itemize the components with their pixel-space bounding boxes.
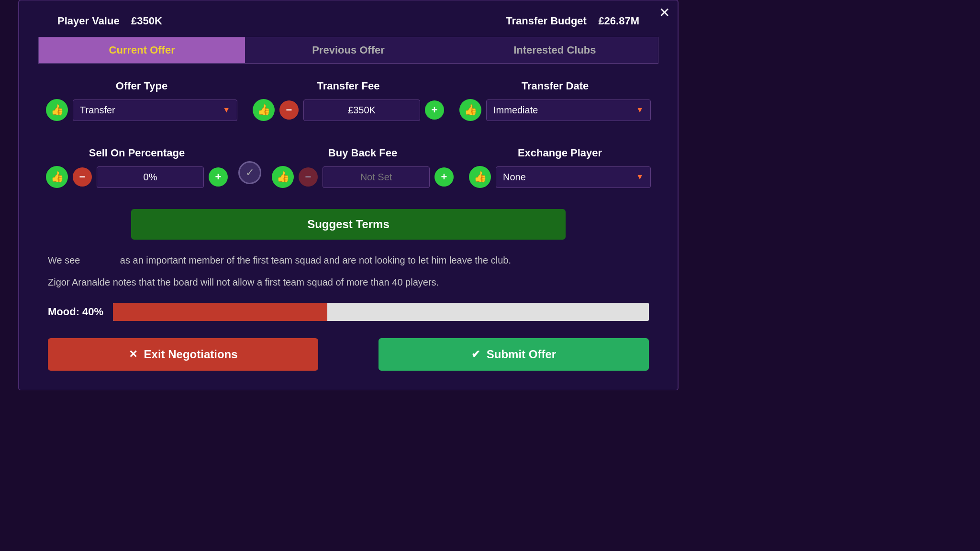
exchange-player-dropdown[interactable]: None ▼ xyxy=(496,166,651,188)
suggest-terms-button[interactable]: Suggest Terms xyxy=(131,209,565,240)
exchange-player-label: Exchange Player xyxy=(518,147,602,159)
mood-bar-fill xyxy=(113,303,327,321)
mood-section: Mood: 40% xyxy=(38,303,658,321)
separator-col: ✓ xyxy=(235,142,264,184)
transfer-budget-item: Transfer Budget £26.87M xyxy=(506,15,639,27)
transfer-fee-label: Transfer Fee xyxy=(317,80,380,92)
sell-on-pct-minus-btn[interactable]: − xyxy=(73,167,92,187)
transfer-date-thumb-btn[interactable]: 👍 xyxy=(459,99,481,121)
transfer-date-dropdown[interactable]: Immediate ▼ xyxy=(486,99,651,121)
bottom-buttons: ✕ Exit Negotiations ✔ Submit Offer xyxy=(38,338,658,371)
exit-x-icon: ✕ xyxy=(129,348,137,361)
transfer-date-cell: Transfer Date 👍 Immediate ▼ xyxy=(452,75,658,129)
buy-back-fee-cell: Buy Back Fee 👍 − Not Set + xyxy=(264,142,461,196)
offer-type-arrow-icon: ▼ xyxy=(223,106,230,114)
buy-back-fee-value: Not Set xyxy=(323,166,430,188)
transfer-budget-value: £26.87M xyxy=(598,15,639,27)
exchange-player-arrow-icon: ▼ xyxy=(636,173,644,181)
transfer-fee-plus-btn[interactable]: + xyxy=(425,100,444,120)
offer-type-controls: 👍 Transfer ▼ xyxy=(46,99,237,121)
offer-type-label: Offer Type xyxy=(116,80,167,92)
submit-check-icon: ✔ xyxy=(471,348,480,361)
sell-on-pct-label: Sell On Percentage xyxy=(89,147,185,159)
offer-type-dropdown[interactable]: Transfer ▼ xyxy=(73,99,237,121)
transfer-date-controls: 👍 Immediate ▼ xyxy=(459,99,651,121)
transfer-budget-label: Transfer Budget xyxy=(506,15,587,27)
tab-bar: Current Offer Previous Offer Interested … xyxy=(38,37,658,64)
close-button[interactable]: ✕ xyxy=(659,6,670,20)
transfer-fee-value: £350K xyxy=(303,99,420,121)
sell-on-pct-cell: Sell On Percentage 👍 − 0% + xyxy=(38,142,235,196)
sell-on-pct-value: 0% xyxy=(97,166,204,188)
tab-interested-clubs[interactable]: Interested Clubs xyxy=(452,37,658,63)
exchange-player-cell: Exchange Player 👍 None ▼ xyxy=(461,142,658,196)
buy-back-fee-label: Buy Back Fee xyxy=(328,147,397,159)
description-line2: Zigor Aranalde notes that the board will… xyxy=(48,275,649,289)
desc-line1-end: as an important member of the first team… xyxy=(120,255,511,265)
player-info-row: Player Value £350K Transfer Budget £26.8… xyxy=(38,15,658,27)
modal: ✕ Player Value £350K Transfer Budget £26… xyxy=(18,0,679,390)
offer-type-thumb-btn[interactable]: 👍 xyxy=(46,99,68,121)
transfer-fee-cell: Transfer Fee 👍 − £350K + xyxy=(245,75,452,129)
form-row-2: Sell On Percentage 👍 − 0% + ✓ Buy Back F… xyxy=(38,142,658,196)
tab-current-offer[interactable]: Current Offer xyxy=(39,37,245,63)
transfer-date-label: Transfer Date xyxy=(522,80,589,92)
sell-on-pct-thumb-btn[interactable]: 👍 xyxy=(46,166,68,188)
desc-line1-start: We see xyxy=(48,255,80,265)
offer-type-cell: Offer Type 👍 Transfer ▼ xyxy=(38,75,245,129)
exchange-player-thumb-btn[interactable]: 👍 xyxy=(469,166,491,188)
sell-on-pct-plus-btn[interactable]: + xyxy=(209,167,228,187)
buy-back-fee-thumb-btn[interactable]: 👍 xyxy=(272,166,294,188)
transfer-fee-thumb-btn[interactable]: 👍 xyxy=(253,99,275,121)
player-value-item: Player Value £350K xyxy=(57,15,162,27)
mood-bar-background xyxy=(113,303,649,321)
desc-line1-player xyxy=(83,255,117,265)
buy-back-fee-controls: 👍 − Not Set + xyxy=(272,166,454,188)
submit-offer-button[interactable]: ✔ Submit Offer xyxy=(379,338,649,371)
transfer-fee-controls: 👍 − £350K + xyxy=(253,99,444,121)
tab-previous-offer[interactable]: Previous Offer xyxy=(245,37,451,63)
transfer-date-arrow-icon: ▼ xyxy=(636,106,644,114)
transfer-fee-minus-btn[interactable]: − xyxy=(279,100,299,120)
description-line1: We see as an important member of the fir… xyxy=(48,253,649,267)
buy-back-fee-minus-btn[interactable]: − xyxy=(299,167,318,187)
exit-negotiations-button[interactable]: ✕ Exit Negotiations xyxy=(48,338,318,371)
buy-back-fee-plus-btn[interactable]: + xyxy=(434,167,454,187)
description-section: We see as an important member of the fir… xyxy=(38,253,658,289)
player-value-label: Player Value xyxy=(57,15,120,27)
form-row-1: Offer Type 👍 Transfer ▼ Transfer Fee 👍 −… xyxy=(38,75,658,129)
mood-label: Mood: 40% xyxy=(48,306,103,318)
player-value: £350K xyxy=(131,15,162,27)
check-circle-icon: ✓ xyxy=(238,161,261,184)
sell-on-pct-controls: 👍 − 0% + xyxy=(46,166,228,188)
exchange-player-controls: 👍 None ▼ xyxy=(469,166,651,188)
